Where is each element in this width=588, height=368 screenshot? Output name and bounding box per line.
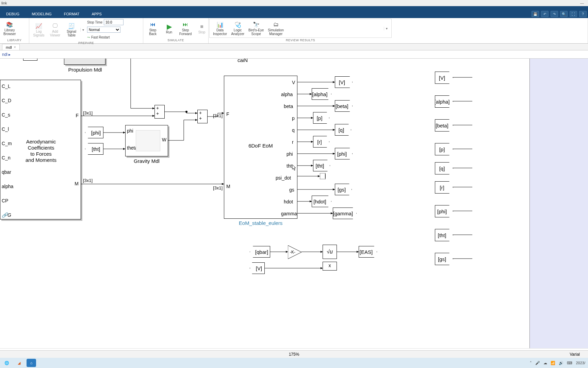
port-cs: C_s bbox=[2, 112, 10, 118]
quick-help-icon[interactable]: ? bbox=[579, 11, 587, 17]
eom-out-psi_dot: psi_dot bbox=[276, 175, 291, 181]
eom-block[interactable]: 6DoF EoM F M bbox=[224, 76, 297, 219]
propulsion-block[interactable] bbox=[64, 59, 105, 65]
from-V2[interactable]: [V] bbox=[250, 262, 265, 274]
port-alpha: alpha bbox=[2, 184, 13, 189]
tab-format[interactable]: FORMAT bbox=[58, 10, 86, 18]
step-forward-button[interactable]: ⏭ Step Forward bbox=[178, 20, 193, 36]
prepare-expand[interactable]: ▾ bbox=[80, 28, 86, 32]
sum2-block[interactable]: ++ bbox=[197, 110, 208, 123]
run-button[interactable]: ▶ Run bbox=[162, 22, 177, 35]
system-tray: ˄ 🎤 ☁ 📶 🔊 ⌨ 2023/ bbox=[530, 361, 585, 365]
step-back-button[interactable]: ⏮ Step Back bbox=[145, 20, 160, 36]
quick-redo-icon[interactable]: ↷ bbox=[551, 11, 558, 17]
eom-out-tht: tht bbox=[287, 163, 292, 169]
tab-apps[interactable]: APPS bbox=[85, 10, 108, 18]
tray-onedrive-icon[interactable]: ☁ bbox=[543, 361, 547, 365]
port-F: F bbox=[76, 113, 79, 118]
goto-phi[interactable]: [phi] bbox=[335, 148, 353, 159]
tab-debug[interactable]: DEBUG bbox=[0, 10, 26, 18]
from-qbar[interactable]: [qbar] bbox=[250, 246, 270, 258]
model-canvas[interactable]: caiN Propulsion Mdl Aerodynamic Coeffici… bbox=[0, 59, 588, 348]
table-icon: 🧾 bbox=[68, 22, 75, 30]
aero-block[interactable]: Aerodynamic Coefficients to Forces and M… bbox=[0, 80, 81, 219]
document-tab-mdl[interactable]: mdl× bbox=[2, 44, 20, 50]
breadcrumb[interactable]: ndl ▸ bbox=[0, 50, 588, 59]
close-tab-icon[interactable]: × bbox=[14, 45, 16, 49]
dim-F-in: [3x1] bbox=[213, 113, 223, 118]
goto-p[interactable]: [p] bbox=[313, 112, 329, 124]
goto-hdot[interactable]: [hdot] bbox=[312, 196, 331, 207]
goto-beta[interactable]: [beta] bbox=[335, 100, 353, 112]
manager-icon: 🗂 bbox=[272, 21, 280, 28]
goto-gamma[interactable]: [gamma] bbox=[333, 208, 357, 219]
sim-mode-select[interactable]: Normal bbox=[87, 27, 120, 33]
fast-restart-icon[interactable]: ⤳ bbox=[87, 35, 90, 39]
eom-title: 6DoF EoM bbox=[224, 143, 297, 149]
gravity-mask-icon bbox=[136, 130, 160, 151]
tray-volume-icon[interactable]: 🔊 bbox=[559, 361, 564, 365]
title-divider bbox=[0, 6, 588, 10]
window-minimize[interactable]: — bbox=[580, 0, 584, 6]
stop-time-label: Stop Time bbox=[87, 20, 102, 24]
os-taskbar: 🌐 ◢ ⌂ ˄ 🎤 ☁ 📶 🔊 ⌨ 2023/ bbox=[0, 358, 588, 368]
port-cd: C_D bbox=[2, 98, 11, 103]
eom-out-gs: gs bbox=[289, 187, 294, 193]
goto-V[interactable]: [V] bbox=[335, 76, 353, 88]
dim-F: [3x1] bbox=[83, 110, 93, 116]
sqrt-block[interactable]: √u bbox=[323, 245, 337, 259]
quick-undo-icon[interactable]: ↶ bbox=[541, 11, 549, 17]
tab-modeling[interactable]: MODELING bbox=[26, 10, 58, 18]
eom-in-M: M bbox=[226, 184, 230, 189]
unnamed-block[interactable] bbox=[23, 59, 37, 61]
group-library-caption: LIBRARY bbox=[0, 39, 29, 43]
gain-block[interactable]: -K- bbox=[288, 245, 301, 259]
taskbar-matlab-icon[interactable]: ◢ bbox=[14, 359, 24, 367]
signal-table-button[interactable]: 🧾 Signal Table bbox=[64, 21, 79, 38]
goto-r[interactable]: [r] bbox=[313, 136, 329, 148]
birds-eye-button[interactable]: 🔭 Bird's-Eye Scope bbox=[247, 20, 265, 36]
port-cp: CP bbox=[2, 198, 8, 203]
fast-restart-label[interactable]: Fast Restart bbox=[91, 35, 110, 39]
goto-alpha[interactable]: [alpha] bbox=[312, 88, 331, 100]
from-tht-tag[interactable]: [tht] bbox=[85, 143, 103, 155]
books-icon: 📚 bbox=[6, 21, 13, 28]
quick-fullscreen-icon[interactable]: ⛶ bbox=[570, 11, 577, 17]
review-expand[interactable]: ▾ bbox=[384, 27, 389, 30]
tray-wifi-icon[interactable]: 📶 bbox=[551, 361, 555, 365]
grav-out-W: W bbox=[162, 137, 166, 142]
port-cl: C_L bbox=[2, 83, 11, 89]
taskbar-app-icon[interactable]: ⌂ bbox=[27, 359, 36, 367]
library-browser-button[interactable]: 📚 Library Browser bbox=[2, 20, 17, 36]
viewer-icon: 🖵 bbox=[51, 22, 59, 30]
eom-out-phi: phi bbox=[287, 151, 293, 157]
product-block[interactable]: x bbox=[323, 262, 337, 271]
tray-mic-icon[interactable]: 🎤 bbox=[535, 361, 540, 365]
sim-manager-button[interactable]: 🗂 Simulation Manager bbox=[266, 20, 285, 36]
goto-q[interactable]: [q] bbox=[335, 124, 351, 136]
tray-chevron-icon[interactable]: ˄ bbox=[530, 361, 532, 365]
quick-search-icon[interactable]: 🔍 bbox=[560, 11, 568, 17]
from-phi-tag[interactable]: [phi] bbox=[85, 127, 103, 138]
sum1-block[interactable]: ++ bbox=[154, 105, 165, 119]
stop-time-input[interactable] bbox=[104, 19, 124, 25]
propulsion-label: Propulsion Mdl bbox=[65, 67, 105, 73]
gravity-block[interactable]: phi theta W bbox=[125, 125, 168, 156]
goto-gs[interactable]: [gs] bbox=[335, 184, 352, 195]
stop-icon: ■ bbox=[198, 23, 206, 30]
quick-save-icon[interactable]: 💾 bbox=[532, 11, 539, 17]
logic-analyzer-button[interactable]: 🩺 Logic Analyzer bbox=[230, 20, 246, 36]
quick-access: 💾 ↶ ↷ 🔍 ⛶ ? bbox=[532, 10, 587, 18]
group-prepare-caption: PREPARE bbox=[29, 41, 143, 45]
tray-clock[interactable]: 2023/ bbox=[576, 361, 585, 365]
inspector-icon: 📊 bbox=[216, 21, 224, 28]
taskbar-edge-icon[interactable]: 🌐 bbox=[2, 359, 12, 367]
group-review-caption: REVIEW RESULTS bbox=[209, 39, 392, 43]
status-bar: 175% Varial bbox=[0, 350, 588, 358]
terminator-psi[interactable] bbox=[320, 173, 328, 179]
tray-ime-icon[interactable]: ⌨ bbox=[567, 361, 572, 365]
eom-out-alpha: alpha bbox=[281, 92, 293, 97]
goto-tht[interactable]: [tht] bbox=[313, 160, 330, 171]
goto-EAS[interactable]: [EAS] bbox=[359, 246, 377, 258]
data-inspector-button[interactable]: 📊 Data Inspector bbox=[212, 20, 228, 36]
